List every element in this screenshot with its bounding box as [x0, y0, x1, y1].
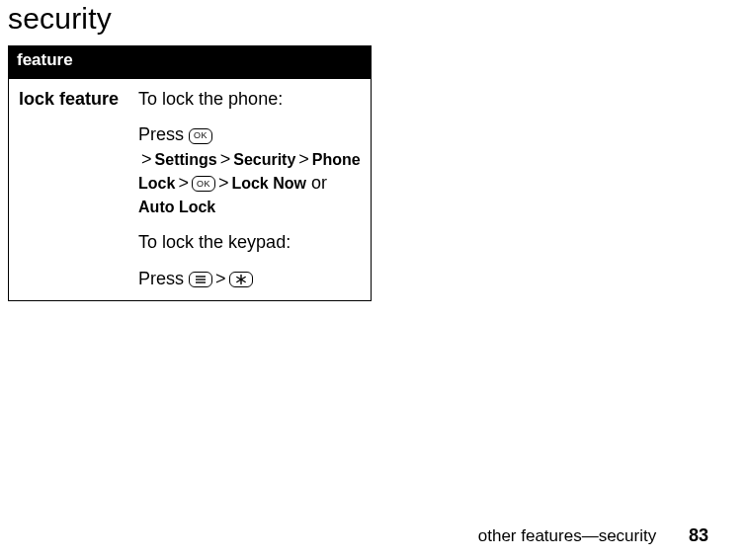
lock-phone-heading: To lock the phone:	[138, 87, 361, 111]
press-label: Press	[138, 124, 189, 144]
ok-key-icon: OK	[192, 176, 215, 192]
menu-auto-lock: Auto Lock	[138, 199, 215, 215]
separator: >	[220, 149, 231, 169]
feature-table: feature lock feature To lock the phone: …	[8, 45, 372, 301]
menu-key-icon	[189, 272, 212, 287]
ok-key-icon: OK	[189, 128, 212, 144]
star-key-icon	[229, 272, 253, 287]
page-footer: other features—security 83	[478, 525, 708, 546]
table-row: lock feature To lock the phone: Press OK…	[9, 78, 372, 301]
lock-keypad-steps: Press >	[138, 267, 361, 290]
separator: >	[218, 173, 229, 193]
footer-text: other features—security	[478, 526, 656, 545]
or-text: or	[306, 173, 327, 193]
menu-lock-now: Lock Now	[231, 175, 306, 192]
row-label: lock feature	[9, 78, 129, 301]
lock-phone-steps: Press OK>Settings>Security>Phone Lock>OK…	[138, 122, 361, 218]
separator: >	[178, 173, 189, 193]
separator: >	[298, 149, 309, 169]
separator: >	[141, 149, 152, 169]
table-header: feature	[9, 46, 372, 78]
menu-settings: Settings	[155, 151, 217, 168]
page-number: 83	[689, 525, 708, 545]
lock-keypad-heading: To lock the keypad:	[138, 230, 361, 254]
row-content: To lock the phone: Press OK>Settings>Sec…	[128, 78, 371, 301]
press-label: Press	[138, 269, 189, 288]
page-title: security	[8, 2, 748, 36]
separator: >	[215, 269, 226, 288]
menu-security: Security	[233, 151, 295, 168]
